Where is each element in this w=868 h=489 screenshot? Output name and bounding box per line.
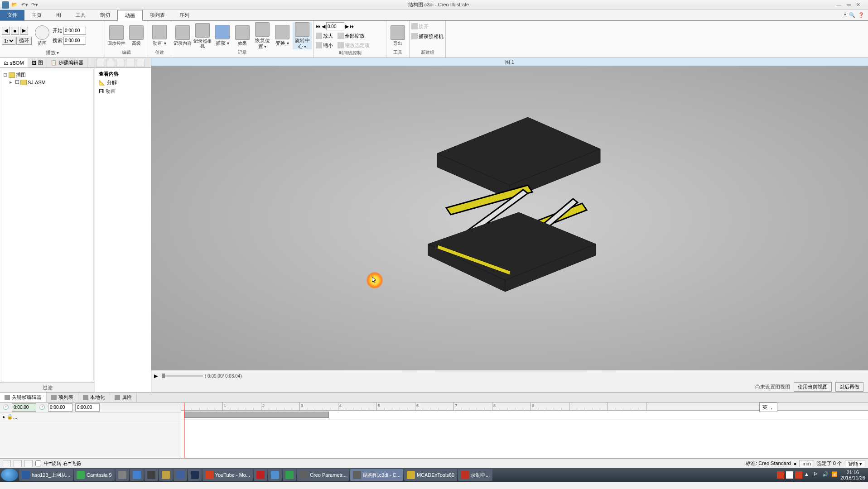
tab-figure[interactable]: 图: [49, 10, 68, 20]
minimize-button[interactable]: —: [836, 2, 844, 8]
tray-sound-icon[interactable]: 🔊: [822, 471, 829, 479]
zoomin-button[interactable]: 放大: [323, 33, 333, 39]
task-9[interactable]: [254, 469, 267, 481]
effects-button[interactable]: 效果: [233, 22, 252, 49]
create-animation-button[interactable]: 动画 ▾: [150, 22, 169, 49]
start-button[interactable]: [1, 469, 18, 481]
play-prev-button[interactable]: ◀: [2, 27, 10, 35]
task-0[interactable]: hao123_上网从...: [19, 469, 73, 481]
sec-btn-2[interactable]: [106, 59, 115, 67]
help-min-icon[interactable]: ^: [844, 13, 846, 18]
btab-keyframe[interactable]: 关键帧编辑器: [0, 393, 47, 402]
tab-file[interactable]: 文件: [0, 10, 24, 20]
tray-icon-3[interactable]: [795, 471, 802, 479]
help-search-icon[interactable]: 🔍: [849, 12, 855, 18]
sbom-tree[interactable]: ⊟插图 ▸☐SJ.ASM: [1, 69, 94, 381]
sec-btn-4[interactable]: [126, 59, 135, 67]
time-current-input[interactable]: [12, 403, 36, 412]
search-input[interactable]: [63, 37, 86, 45]
lp-filter[interactable]: 过滤: [0, 382, 95, 392]
spincenter-button[interactable]: 旋转中心 ▾: [293, 22, 312, 49]
sb-smart[interactable]: 智能 ▾: [845, 460, 865, 467]
tab-section[interactable]: 剖切: [93, 10, 117, 20]
sb-view3[interactable]: [24, 460, 33, 467]
tl-first-icon[interactable]: ⏮: [316, 24, 321, 29]
task-11[interactable]: [283, 469, 296, 481]
restore-button[interactable]: 恢复位置 ▾: [253, 22, 272, 49]
tl-next-icon[interactable]: ▶: [345, 24, 349, 29]
task-6[interactable]: [174, 469, 187, 481]
tray-icon-4[interactable]: ▲: [804, 471, 811, 479]
task-15[interactable]: 录制中...: [458, 469, 492, 481]
zoomall-button[interactable]: 全部缩放: [345, 33, 365, 39]
timeline-time-input[interactable]: [326, 22, 344, 30]
task-3[interactable]: [130, 469, 144, 481]
sec-btn-3[interactable]: [116, 59, 125, 67]
task-2[interactable]: [116, 469, 129, 481]
tray-clock[interactable]: 21:162018/11/26: [840, 470, 865, 480]
capture-button[interactable]: 捕获 ▾: [213, 22, 232, 49]
model-scissor-lift[interactable]: [410, 113, 609, 294]
tl-prev-icon[interactable]: ◀: [322, 24, 325, 29]
btab-localize[interactable]: 本地化: [78, 393, 110, 402]
playback-controls-button[interactable]: 回放控件: [107, 22, 126, 49]
qat-redo-icon[interactable]: ↷▾: [30, 1, 39, 9]
task-4[interactable]: [145, 469, 158, 481]
play-next-button[interactable]: ▶: [20, 27, 28, 35]
capturecam-button[interactable]: 捕获照相机: [419, 33, 444, 40]
zoomout-button[interactable]: 缩小: [323, 42, 333, 49]
sb-view2[interactable]: [14, 460, 22, 467]
vp-slider[interactable]: [162, 375, 203, 377]
sec-animation[interactable]: 🎞动画: [97, 87, 149, 96]
task-8[interactable]: YouTube - Mo...: [203, 469, 253, 481]
btab-itemlist[interactable]: 项列表: [47, 393, 78, 402]
start-input[interactable]: [63, 27, 86, 35]
task-5[interactable]: [159, 469, 173, 481]
tree-root[interactable]: ⊟插图: [3, 71, 92, 79]
speed-select[interactable]: 1x: [2, 37, 15, 45]
sec-btn-1[interactable]: [96, 59, 105, 67]
tray-icon-1[interactable]: [777, 471, 784, 479]
usecurrent-button[interactable]: 使用当前视图: [794, 382, 832, 392]
timeline-clip[interactable]: [184, 412, 329, 418]
export-button[interactable]: 导出: [388, 22, 407, 49]
advanced-button[interactable]: 高级: [127, 22, 146, 49]
btab-props[interactable]: 属性: [110, 393, 137, 402]
time-start-input[interactable]: [48, 403, 72, 412]
tab-animation[interactable]: 动画: [117, 10, 143, 21]
task-1[interactable]: Camtasia 9: [74, 469, 115, 481]
qat-open-icon[interactable]: 📂: [10, 1, 19, 9]
tray-net-icon[interactable]: 📶: [831, 471, 839, 479]
ime-indicator[interactable]: 英，: [759, 403, 777, 412]
task-13[interactable]: 结构图.c3di - C...: [350, 469, 403, 481]
lp-tab-stepedit[interactable]: 📋步骤编辑器: [47, 58, 87, 67]
lp-tab-figures[interactable]: 🖼图: [28, 58, 47, 67]
play-stop-button[interactable]: ■: [11, 27, 19, 35]
time-end-input[interactable]: [75, 403, 100, 412]
range-button[interactable]: 范围: [33, 22, 52, 49]
sb-units[interactable]: mm: [799, 460, 814, 467]
transform-button[interactable]: 变换 ▾: [273, 22, 292, 49]
record-content-button[interactable]: 记录内容: [173, 22, 192, 49]
tray-flag-icon[interactable]: 🏳: [813, 471, 820, 479]
playhead[interactable]: [184, 403, 184, 458]
lp-tab-sbom[interactable]: 🗂sBOM: [0, 58, 28, 67]
timeline[interactable]: 123456789 英，: [181, 403, 868, 458]
maximize-button[interactable]: ▭: [846, 2, 854, 8]
task-14[interactable]: MCADExTools60: [404, 469, 457, 481]
tab-tools[interactable]: 工具: [68, 10, 93, 20]
tray-icon-2[interactable]: [786, 471, 793, 479]
vp-play-button[interactable]: ▶: [154, 373, 160, 379]
tab-itemlist[interactable]: 项列表: [143, 10, 172, 20]
later-button[interactable]: 以后再做: [835, 382, 863, 392]
track-root[interactable]: ▸ 🔒...: [0, 412, 181, 422]
task-10[interactable]: [268, 469, 282, 481]
tab-sequence[interactable]: 序列: [172, 10, 197, 20]
close-button[interactable]: ✕: [856, 2, 864, 8]
sb-check[interactable]: [35, 460, 41, 466]
task-7[interactable]: [188, 469, 202, 481]
help-icon[interactable]: ❓: [858, 12, 864, 18]
tl-last-icon[interactable]: ⏭: [350, 24, 355, 29]
sb-view1[interactable]: [3, 460, 11, 467]
loop-button[interactable]: 循环: [16, 37, 32, 45]
